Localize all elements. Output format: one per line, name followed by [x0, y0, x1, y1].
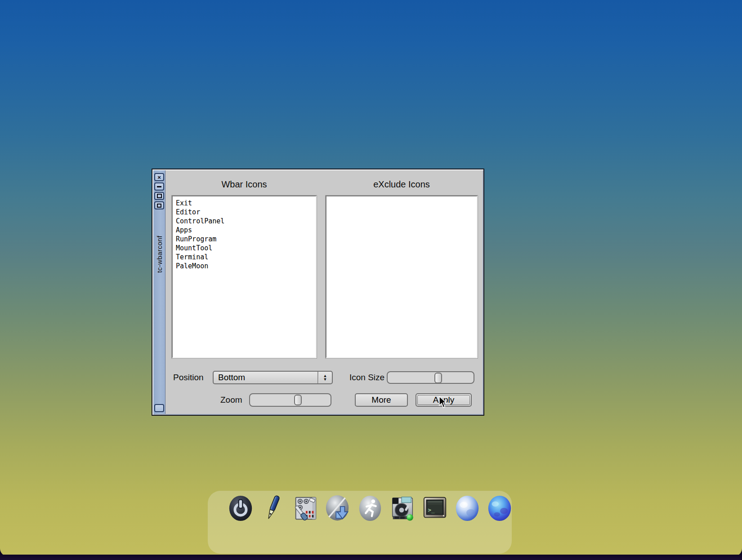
list-item[interactable]: MountTool — [176, 244, 313, 253]
window-title: tc-wbarconf — [153, 212, 165, 297]
list-item[interactable]: ControlPanel — [176, 217, 313, 226]
list-item[interactable]: PaleMoon — [176, 262, 313, 271]
icon-size-label: Icon Size — [349, 371, 384, 384]
runner-sphere-icon[interactable] — [356, 494, 384, 522]
control-panel-icon[interactable] — [291, 494, 319, 522]
list-item[interactable]: RunProgram — [176, 235, 313, 244]
maximize-glyph — [157, 194, 162, 198]
list-item[interactable]: Terminal — [176, 253, 313, 262]
close-icon[interactable]: × — [154, 173, 164, 181]
resize-handle[interactable] — [154, 404, 164, 412]
wbarconf-window: × tc-wbarconf Wbar Icons eXclude Icons E… — [152, 169, 484, 416]
download-sphere-icon[interactable] — [324, 494, 352, 522]
position-value: Bottom — [218, 372, 245, 383]
icon-size-slider[interactable] — [387, 371, 474, 384]
zoom-slider-handle[interactable] — [294, 395, 302, 405]
globe-sphere-icon[interactable] — [486, 494, 514, 522]
exclude-icons-header: eXclude Icons — [326, 179, 478, 190]
position-label: Position — [173, 371, 204, 384]
shade-glyph — [157, 186, 161, 187]
moon-sphere-icon[interactable] — [453, 494, 481, 522]
power-icon[interactable] — [227, 494, 255, 522]
window-titlebar[interactable]: × tc-wbarconf — [153, 170, 165, 414]
iconify-icon[interactable] — [154, 201, 164, 209]
shade-icon[interactable] — [154, 182, 164, 191]
mouse-cursor — [438, 396, 448, 408]
terminal-icon[interactable]: >_ — [421, 494, 449, 522]
zoom-slider[interactable] — [249, 393, 331, 407]
zoom-label: Zoom — [220, 393, 242, 407]
svg-text:>_: >_ — [428, 507, 435, 513]
hard-disk-icon[interactable] — [389, 494, 416, 522]
more-button[interactable]: More — [355, 393, 408, 407]
list-item[interactable]: Editor — [176, 208, 313, 217]
list-item[interactable]: Apps — [176, 226, 313, 235]
iconify-glyph — [157, 204, 161, 208]
list-item[interactable]: Exit — [176, 199, 313, 208]
wbar-icons-header: Wbar Icons — [172, 179, 317, 190]
dropdown-spinner-icon[interactable]: ▲▼ — [317, 372, 332, 383]
pen-icon[interactable] — [259, 494, 287, 522]
icon-size-slider-handle[interactable] — [434, 373, 442, 383]
maximize-icon[interactable] — [154, 192, 164, 200]
desktop: × tc-wbarconf Wbar Icons eXclude Icons E… — [0, 0, 742, 560]
exclude-icons-list[interactable] — [326, 196, 478, 358]
bottom-screen-bar — [0, 555, 742, 560]
wbar-icons-list[interactable]: Exit Editor ControlPanel Apps RunProgram… — [172, 196, 317, 358]
position-dropdown[interactable]: Bottom ▲▼ — [213, 371, 333, 384]
